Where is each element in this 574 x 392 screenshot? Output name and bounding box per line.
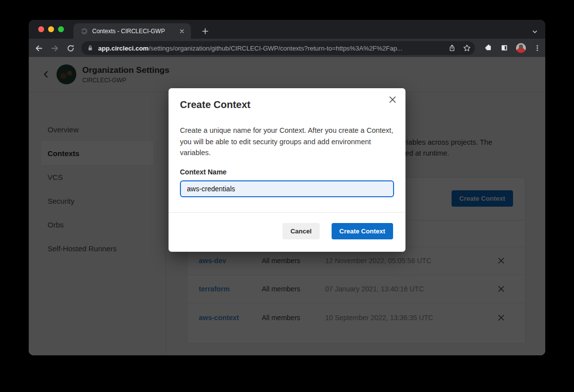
reload-icon[interactable]: [64, 42, 77, 55]
browser-tabstrip: Contexts - CIRCLECI-GWP: [29, 20, 545, 39]
close-window-button[interactable]: [38, 26, 44, 32]
modal-close-icon[interactable]: [387, 94, 398, 105]
screenshot-stage: Contexts - CIRCLECI-GWP: [0, 0, 574, 392]
profile-avatar[interactable]: [516, 43, 526, 53]
modal-footer: Cancel Create Context: [169, 223, 405, 239]
browser-toolbar: app.circleci.com/settings/organization/g…: [29, 39, 545, 57]
new-tab-button[interactable]: [199, 25, 211, 37]
circleci-favicon-icon: [80, 27, 88, 35]
forward-icon[interactable]: [48, 42, 61, 55]
url-path: /settings/organization/github/CIRCLECI-G…: [149, 45, 402, 52]
url-domain: app.circleci.com: [98, 45, 149, 52]
share-icon[interactable]: [448, 44, 456, 52]
modal-title: Create Context: [180, 99, 250, 111]
modal-description-line: you will be able to edit security groups…: [180, 136, 393, 148]
minimize-window-button[interactable]: [48, 26, 54, 32]
extensions-puzzle-icon[interactable]: [484, 44, 493, 52]
fullscreen-window-button[interactable]: [58, 26, 64, 32]
browser-tab[interactable]: Contexts - CIRCLECI-GWP: [73, 23, 191, 39]
modal-description: Create a unique name for your Context. A…: [180, 125, 393, 159]
modal-divider: [169, 212, 405, 213]
browser-menu-dots-icon[interactable]: [533, 44, 541, 52]
url-text: app.circleci.com/settings/organization/g…: [98, 45, 402, 52]
tab-close-icon[interactable]: [178, 27, 186, 35]
tab-search-chevron-icon[interactable]: [528, 25, 541, 38]
context-name-input[interactable]: [180, 180, 394, 197]
modal-description-line: variables.: [180, 147, 393, 159]
create-context-modal: Create Context Create a unique name for …: [169, 88, 405, 252]
back-icon[interactable]: [32, 42, 45, 55]
tab-title: Contexts - CIRCLECI-GWP: [92, 28, 178, 35]
address-bar[interactable]: app.circleci.com/settings/organization/g…: [81, 41, 475, 55]
modal-description-line: Create a unique name for your Context. A…: [180, 125, 393, 136]
bookmark-star-icon[interactable]: [463, 44, 471, 52]
page-viewport: Organization Settings CIRCLECI-GWP Overv…: [29, 57, 545, 355]
modal-create-context-button[interactable]: Create Context: [332, 223, 393, 239]
context-name-label: Context Name: [180, 168, 227, 176]
lock-icon: [86, 44, 94, 52]
cancel-button[interactable]: Cancel: [283, 223, 320, 239]
side-panel-icon[interactable]: [500, 44, 509, 52]
browser-window: Contexts - CIRCLECI-GWP: [29, 20, 545, 355]
